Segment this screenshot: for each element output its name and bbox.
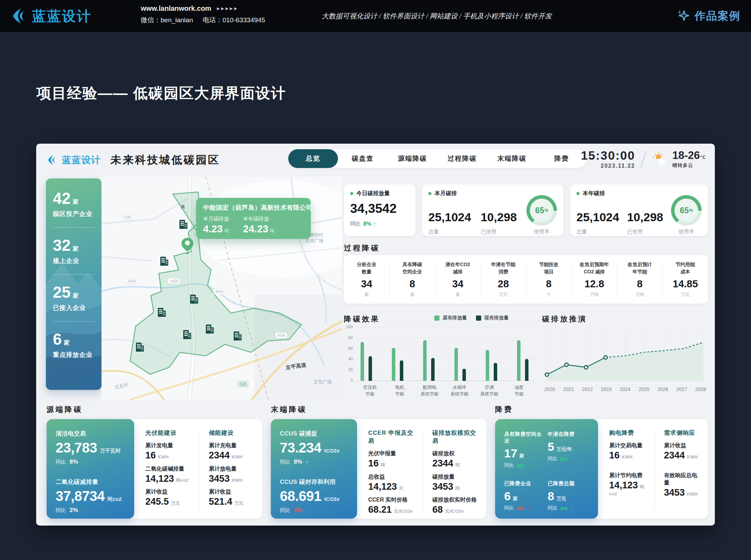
stat-unit: 万元 [556, 496, 566, 501]
tab-source-reduction[interactable]: 源端降碳 [388, 149, 437, 168]
stat-unit: 吨 [381, 462, 385, 467]
bar-x-label: 配用电系统节能 [415, 384, 444, 398]
map-label: 文化广场 [314, 379, 332, 384]
stat-unit: 元/ICO2e [445, 509, 464, 514]
stat-label: 已降费总额 [548, 480, 589, 487]
stat-label: 具有降费空间企业 [504, 431, 546, 444]
bar-x-label: 空调系统节能 [475, 384, 503, 398]
tab-overview[interactable]: 总览 [288, 149, 338, 168]
column-pv: 光伏能建设 累计发电量16KWH 二氧化碳碱排量14,123吨co2 累计收益2… [145, 429, 191, 519]
bar-原有排放量 [454, 348, 458, 381]
stat-unit: 元/ICO2e [394, 509, 413, 514]
stat-label: 碳排放量 [433, 473, 478, 481]
column-heading: 需求侧响应 [664, 429, 701, 437]
showcase-page: 蓝蓝设计 www.lanlanwork.com ▶▶▶▶▶ 微信：ben_lan… [0, 0, 751, 560]
bar-原有排放量 [423, 340, 427, 381]
terminal-columns: CCER 申报及交易 光伏申报量16吨 总收益14,123元 CCER 实时价格… [368, 419, 478, 519]
stat-label: 累计充电量 [209, 442, 254, 449]
tab-process-reduction[interactable]: 过程降碳 [437, 149, 487, 168]
column-heading: 碳排放权模拟交易 [433, 429, 478, 445]
tab-carbon-audit[interactable]: 碳盘查 [338, 149, 388, 168]
kpi-card-month: 本月碳排 25,1024总量 10,298已使用 65% 使用率 [422, 184, 563, 236]
stat-unit: 万元/年 [556, 446, 572, 452]
stat-label: 已降费企业 [504, 480, 546, 487]
stat-value: 16 [609, 450, 620, 461]
usage-rate-donut: 65% [526, 195, 557, 226]
stat-unit: 万元 [171, 501, 180, 506]
source-gradient-card: 清洁电交易 23,783万千瓦时 同比8%↑ 二氧化碳减排量 37,8734吨c… [47, 419, 134, 519]
weather-temp-unit: ℃ [700, 154, 706, 160]
divider [655, 430, 655, 510]
column-heading: 光伏能建设 [145, 429, 191, 437]
stat-label: 园区投产企业 [53, 210, 95, 218]
stat-label: 已接入企业 [53, 304, 95, 312]
process-stats-card: 分析企业数量34家具有降碳空间企业8家潜在年CO2减排34家年潜在节能消费28万… [344, 255, 708, 304]
tab-cost-reduction[interactable]: 降费 [537, 149, 587, 168]
kpi-total: 25,1024 [428, 211, 471, 223]
stat-unit: KWH [687, 454, 698, 459]
divider [423, 430, 423, 510]
stat-value: 2344 [209, 450, 230, 461]
legend-swatch-icon [434, 315, 439, 321]
usage-rate-donut: 65% [671, 195, 702, 226]
up-arrow-icon: ↑ [571, 456, 573, 462]
line-x-label: 2024 [617, 386, 633, 392]
tooltip-stat-unit: 吨 [270, 228, 275, 233]
bar-chart-legend: 原有排放量 现有排放量 [434, 315, 509, 321]
sidebar-stat: 32家 规上企业 [53, 237, 95, 265]
tab-terminal-reduction[interactable]: 末端降碳 [487, 149, 537, 168]
bar-原有排放量 [486, 350, 489, 381]
kpi-card-year: 本年碳排 25,1024总量 10,298已使用 65% 使用率 [570, 184, 708, 236]
stat-unit: 家 [73, 246, 79, 252]
stat-unit: 万千瓦时 [100, 448, 121, 454]
tooltip-stat-value: 4.23 [203, 223, 223, 234]
green-dot-icon [350, 192, 353, 195]
stat-unit: KWH [622, 454, 632, 459]
section-heading-bar-chart: 降碳效果 [344, 314, 380, 324]
bar-原有排放量 [517, 340, 520, 381]
kpi-total: 25,1024 [576, 211, 619, 223]
stat-value: 6 [504, 489, 511, 503]
divider [53, 227, 95, 228]
source-columns: 光伏能建设 累计发电量16KWH 二氧化碳碱排量14,123吨co2 累计收益2… [145, 419, 254, 519]
stat-value: 3453 [664, 487, 685, 498]
stat-value: 2344 [664, 450, 685, 461]
kpi-title: 今日碳排放量 [356, 190, 390, 197]
gradient-stat: 清洁电交易 23,783万千瓦时 同比8%↑ [56, 430, 125, 465]
section-heading-process: 过程降碳 [344, 243, 380, 253]
stat-unit: KWH [687, 491, 698, 497]
road-badge: X336 [123, 215, 131, 219]
tooltip-stat-value: 24.23 [243, 223, 268, 234]
gradient-stat: 已降费企业 6家 同比2%↓ [504, 480, 546, 511]
process-stat: 节约用能成本14.85万元 [662, 260, 708, 298]
weather-sun-cloud-icon [652, 152, 668, 167]
sidebar-stat: 25家 已接入企业 [53, 284, 95, 312]
portfolio-button[interactable]: 作品案例 [676, 0, 741, 32]
column-heading: CCER 申报及交易 [368, 429, 414, 445]
stat-value: 68.691 [280, 488, 321, 504]
legend-label: 原有排放量 [443, 315, 467, 321]
stat-label: 累计交易电量 [609, 442, 646, 449]
website-link[interactable]: www.lanlanwork.com [141, 5, 211, 13]
stat-value: 42 [53, 189, 71, 207]
road-badge: X016 [277, 334, 285, 337]
gradient-stat: 二氧化碳减排量 37,8734吨co2 同比2%↓ [56, 478, 125, 514]
column-carbon-trade: 碳排放权模拟交易 碳排放权2344吨 碳排放量3453吨 碳排放权实时价格68元… [433, 429, 478, 519]
gradient-stat: 年潜在降费 5万元/年 同比6%↑ [548, 431, 589, 469]
services-list: 大数据可视化设计 / 软件界面设计 / 网站建设 / 手机及小程序设计 / 软件… [322, 0, 552, 32]
company-logo[interactable]: 蓝蓝设计 [10, 0, 92, 32]
process-stat: 年潜在节能消费28万元 [481, 260, 526, 298]
stat-unit: tCO2e [324, 496, 339, 502]
stat-value: 521.4 [209, 496, 233, 507]
line-x-label: 2027 [674, 386, 689, 392]
kpi-card-today: 今日碳排放量 34,3542 同比8% ↑ [344, 184, 415, 236]
up-arrow-icon: ↑ [82, 459, 84, 465]
stat-value: 14,123 [368, 481, 397, 492]
divider [53, 274, 95, 275]
bar-group [454, 327, 466, 381]
stat-value: 3453 [433, 481, 453, 492]
kpi-used-label: 已使用 [627, 229, 663, 235]
stat-label: 二氧化碳碱排量 [145, 465, 191, 473]
stat-label: 重点排放企业 [53, 351, 95, 359]
gradient-stat: CCUS 碳封存和利用 68.691tCO2e 同比2%↓ [280, 478, 348, 514]
